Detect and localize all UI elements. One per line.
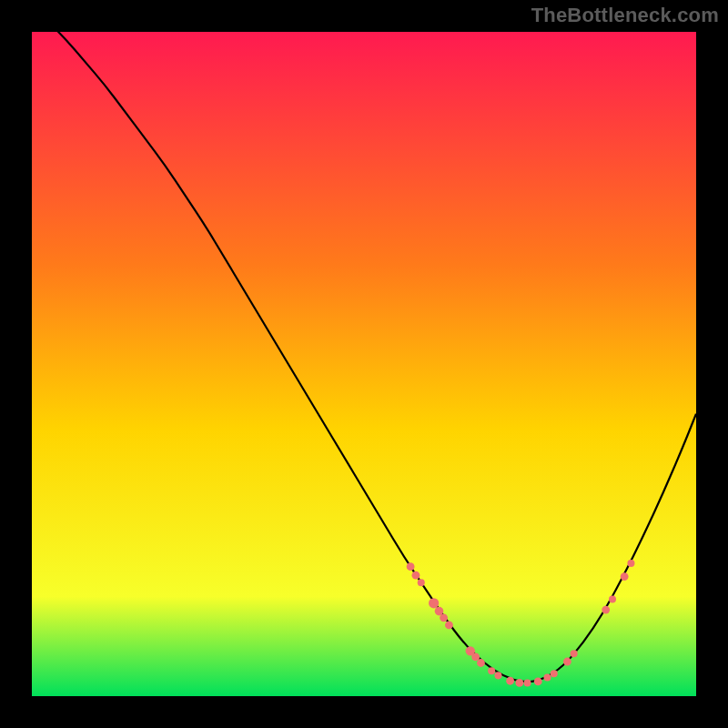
curve-marker bbox=[621, 572, 629, 581]
curve-marker bbox=[440, 613, 448, 622]
curve-marker bbox=[418, 579, 425, 586]
curve-marker bbox=[571, 650, 578, 657]
gradient-background bbox=[32, 32, 696, 696]
curve-marker bbox=[488, 667, 495, 674]
curve-marker bbox=[602, 606, 610, 614]
curve-marker bbox=[551, 670, 558, 677]
curve-marker bbox=[412, 571, 420, 580]
plot-area bbox=[32, 32, 696, 696]
curve-marker bbox=[477, 659, 485, 667]
curve-marker bbox=[515, 679, 523, 687]
curve-marker bbox=[524, 679, 531, 686]
chart-svg bbox=[32, 32, 696, 696]
curve-marker bbox=[494, 672, 501, 679]
chart-frame: TheBottleneck.com bbox=[0, 0, 728, 728]
curve-marker bbox=[627, 560, 634, 567]
curve-marker bbox=[543, 674, 551, 682]
curve-marker bbox=[534, 678, 542, 686]
curve-marker bbox=[445, 621, 453, 629]
curve-marker bbox=[429, 598, 439, 608]
curve-marker bbox=[506, 677, 514, 685]
curve-marker bbox=[609, 595, 616, 602]
watermark-text: TheBottleneck.com bbox=[531, 4, 719, 27]
curve-marker bbox=[471, 653, 480, 662]
curve-marker bbox=[563, 658, 571, 666]
curve-marker bbox=[407, 562, 415, 571]
